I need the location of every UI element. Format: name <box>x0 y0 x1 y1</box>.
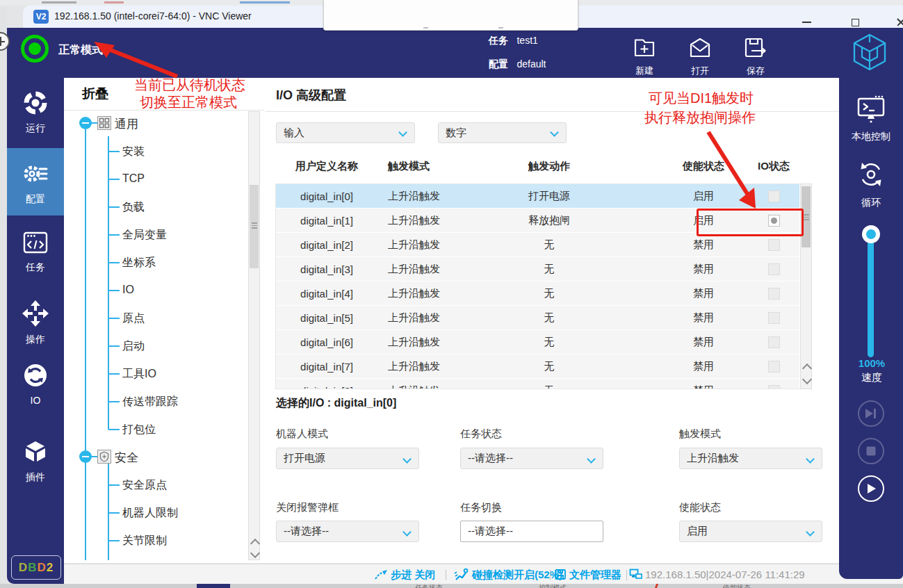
tree-scrollbar-thumb[interactable] <box>250 185 259 268</box>
cell-name: digital_in[2] <box>276 233 377 256</box>
io-type-select[interactable]: 数字 <box>438 122 567 143</box>
stop-button[interactable] <box>858 438 884 464</box>
sidebar-item-io[interactable]: IO <box>7 361 64 406</box>
col-trigger-action: 触发动作 <box>487 160 612 173</box>
cell-io-state <box>750 233 797 256</box>
io-state-checkbox <box>768 361 780 373</box>
tree-line <box>108 234 120 236</box>
step-forward-button[interactable] <box>858 400 884 427</box>
task-state-value: --请选择-- <box>468 452 513 465</box>
panel-title: I/O 高级配置 <box>276 87 346 104</box>
tree-item-io[interactable]: IO <box>122 284 134 296</box>
scroll-down-icon[interactable] <box>802 375 812 384</box>
local-control-icon <box>855 94 887 124</box>
tree-line <box>108 151 120 152</box>
scroll-down-icon[interactable] <box>250 548 260 558</box>
scroll-up-icon[interactable] <box>802 364 812 373</box>
task-switch-input[interactable]: --请选择-- <box>460 521 603 542</box>
tree-collapse-toggle[interactable] <box>79 117 92 129</box>
tree-item-global-vars[interactable]: 全局变量 <box>122 228 167 243</box>
sidebar-item-task[interactable]: 任务 <box>7 231 64 274</box>
tree-item-startup[interactable]: 启动 <box>122 339 145 354</box>
table-row[interactable]: digital_in[7] 上升沿触发 无 禁用 <box>276 354 799 379</box>
sidebar-item-run[interactable]: 运行 <box>7 89 64 135</box>
tree-group-safety[interactable]: 安全 <box>115 450 138 466</box>
close-alarm-select[interactable]: --请选择-- <box>276 521 419 542</box>
tree-item-joint-limits[interactable]: 关节限制 <box>122 534 167 548</box>
enable-state-select[interactable]: 启用 <box>679 521 822 542</box>
tree-item-safe-home[interactable]: 安全原点 <box>122 478 167 493</box>
brand-logo-icon <box>851 32 888 72</box>
speed-slider-track[interactable] <box>868 235 874 357</box>
cycle-label: 循环 <box>839 197 903 209</box>
file-manager-button[interactable]: 文件管理器 <box>569 569 621 582</box>
tree-item-tcp[interactable]: TCP <box>122 172 145 185</box>
cell-enable: 禁用 <box>641 281 766 305</box>
table-row[interactable]: digital_in[4] 上升沿触发 无 禁用 <box>276 281 799 306</box>
cycle-icon <box>855 158 887 190</box>
tree-collapse-toggle[interactable] <box>79 450 92 463</box>
collision-icon <box>453 568 469 582</box>
tree-line <box>108 512 120 514</box>
cell-io-state <box>750 306 797 329</box>
desktop-bottom-sliver: 任务状态 控制模式 使能状态 <box>0 584 903 588</box>
tree-item-robot-limits[interactable]: 机器人限制 <box>122 506 178 521</box>
tree-item-home[interactable]: 原点 <box>122 311 145 326</box>
robot-badge-dbd2[interactable]: D B D 2 <box>11 555 61 580</box>
cycle-button[interactable]: 循环 <box>839 158 903 209</box>
sidebar-item-plugin[interactable]: 插件 <box>7 438 64 484</box>
cell-io-state <box>750 354 797 378</box>
table-row[interactable]: digital_in[6] 上升沿触发 无 禁用 <box>276 330 799 354</box>
sidebar-item-operate[interactable]: 操作 <box>7 299 64 346</box>
tree-line <box>108 373 120 375</box>
cell-trigger: 上升沿触发 <box>388 379 492 389</box>
field-label-close-alarm: 关闭报警弹框 <box>276 501 339 514</box>
cell-name: digital_in[8] <box>276 379 377 389</box>
desktop-left-sliver <box>0 6 7 584</box>
step-mode-status[interactable]: 步进 关闭 <box>391 569 435 582</box>
tree-item-pack-pos[interactable]: 打包位 <box>122 423 156 437</box>
table-row[interactable]: digital_in[5] 上升沿触发 无 禁用 <box>276 306 799 330</box>
tree-line <box>108 136 109 430</box>
tree-scrollbar[interactable] <box>248 111 260 560</box>
cell-trigger: 上升沿触发 <box>388 281 492 305</box>
tree-collapse-header[interactable]: 折叠 <box>82 85 108 103</box>
sidebar-item-label: 配置 <box>7 193 64 206</box>
open-task-button[interactable]: 打开 <box>678 36 722 77</box>
table-row[interactable]: digital_in[3] 上升沿触发 无 禁用 <box>276 257 799 281</box>
tree-item-conveyor[interactable]: 传送带跟踪 <box>122 395 178 409</box>
annotation-arrow-to-mode <box>87 36 184 79</box>
scroll-up-icon[interactable] <box>250 539 260 548</box>
play-button[interactable] <box>858 475 884 502</box>
tree-group-general[interactable]: 通用 <box>115 116 138 132</box>
trigger-mode-select[interactable]: 上升沿触发 <box>679 448 822 469</box>
robot-mode-select[interactable]: 打开电源 <box>276 448 419 469</box>
task-state-select[interactable]: --请选择-- <box>460 448 603 469</box>
open-icon <box>688 36 713 60</box>
speed-slider-thumb[interactable] <box>862 225 880 243</box>
annotation-arrow-to-row <box>699 126 768 213</box>
cell-trigger: 上升沿触发 <box>388 184 492 208</box>
sidebar-item-config[interactable]: 配置 <box>7 160 64 206</box>
cell-name: digital_in[1] <box>276 209 377 232</box>
io-direction-select[interactable]: 输入 <box>276 122 415 143</box>
tree-line <box>108 345 120 347</box>
table-row[interactable]: digital_in[2] 上升沿触发 无 禁用 <box>276 233 799 257</box>
cell-action: 无 <box>487 257 612 281</box>
notch-tick <box>498 27 503 28</box>
tree-item-coord-system[interactable]: 坐标系 <box>122 256 156 270</box>
tree-line <box>108 401 120 402</box>
tree-item-payload[interactable]: 负载 <box>122 200 145 215</box>
vnc-toolbar-notch[interactable] <box>323 0 578 31</box>
tree-line <box>108 206 120 208</box>
table-row[interactable]: digital_in[8] 上升沿触发 无 禁用 <box>276 379 799 389</box>
chevron-down-icon <box>587 455 596 464</box>
collision-detection-status[interactable]: 碰撞检测开启(52%) <box>472 569 562 582</box>
local-control-button[interactable]: 本地控制 <box>839 94 903 143</box>
annotation-io-line2: 执行释放抱闸操作 <box>644 108 756 127</box>
save-task-button[interactable]: 保存 <box>733 36 778 77</box>
cell-enable: 禁用 <box>641 354 766 378</box>
tree-item-install[interactable]: 安装 <box>122 145 145 159</box>
tree-item-tool-io[interactable]: 工具IO <box>122 367 156 382</box>
new-task-button[interactable]: 新建 <box>622 36 667 77</box>
